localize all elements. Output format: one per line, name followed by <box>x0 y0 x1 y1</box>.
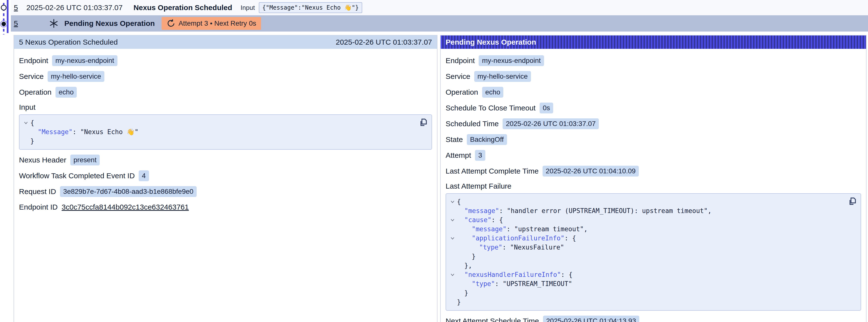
event-input-chip: {"Message":"Nexus Echo 👋"} <box>259 2 362 13</box>
field-value-badge: 2025-02-26 UTC 01:04:13.93 <box>543 316 639 322</box>
field-row-scheduled-time: Scheduled Time2025-02-26 UTC 01:03:37.07 <box>445 118 861 129</box>
field-label: State <box>445 135 463 144</box>
timeline-event-dot-open <box>1 5 6 10</box>
field-value-badge: 2025-02-26 UTC 01:04:10.09 <box>542 166 639 176</box>
event-details-fields-after: Nexus HeaderpresentWorkflow Task Complet… <box>19 155 432 212</box>
field-row-endpoint: Endpointmy-nexus-endpoint <box>445 55 861 66</box>
json-line: "cause": { <box>448 216 843 225</box>
timeline-event-dot-filled <box>1 22 6 26</box>
event-details-body: Endpointmy-nexus-endpointServicemy-hello… <box>14 49 437 222</box>
field-row-endpoint: Endpointmy-nexus-endpoint <box>19 55 432 66</box>
field-value-badge: BackingOff <box>467 134 507 145</box>
field-value-badge: my-hello-service <box>48 71 104 82</box>
failure-json-block: {"message": "handler error (UPSTREAM_TIM… <box>445 193 861 311</box>
json-line: { <box>448 197 843 206</box>
pending-operation-fields: Endpointmy-nexus-endpointServicemy-hello… <box>445 55 861 176</box>
copy-input-button[interactable] <box>419 118 428 128</box>
field-row-next-attempt-schedule-time: Next Attempt Schedule Time2025-02-26 UTC… <box>445 316 861 322</box>
field-label: Last Attempt Complete Time <box>445 167 538 175</box>
field-label: Workflow Task Completed Event ID <box>19 171 135 180</box>
pending-operation-header: Pending Nexus Operation <box>441 35 866 49</box>
json-line: } <box>448 288 843 298</box>
json-line: "message": "handler error (UPSTREAM_TIME… <box>448 206 843 216</box>
field-value-badge: my-hello-service <box>474 71 531 82</box>
field-value-badge: echo <box>56 87 77 98</box>
field-value-link[interactable]: 3c0c75ccfa8144b092c13ce632463761 <box>62 203 189 211</box>
event-details-header-title: 5 Nexus Operation Scheduled <box>19 38 118 46</box>
collapse-chevron-icon[interactable] <box>448 273 457 276</box>
field-row-operation: Operationecho <box>19 87 432 98</box>
json-line: } <box>448 252 843 261</box>
json-line: "type": "UPSTREAM_TIMEOUT" <box>448 279 843 288</box>
json-line: "type": "NexusFailure" <box>448 243 843 252</box>
event-details-fields: Endpointmy-nexus-endpointServicemy-hello… <box>19 55 432 98</box>
event-timestamp: 2025-02-26 UTC 01:03:37.07 <box>26 3 123 12</box>
pending-operation-footer-fields: Next Attempt Schedule Time2025-02-26 UTC… <box>445 316 861 322</box>
collapse-chevron-icon[interactable] <box>22 122 30 124</box>
json-line: } <box>22 137 414 146</box>
pending-operation-row[interactable]: 5 Pending Nexus Operation Attempt 3 • Ne… <box>11 15 868 32</box>
failure-json-content: {"message": "handler error (UPSTREAM_TIM… <box>448 197 843 307</box>
field-value-badge: 4 <box>139 170 149 181</box>
field-row-endpoint-id: Endpoint ID3c0c75ccfa8144b092c13ce632463… <box>19 202 432 212</box>
failure-block-label: Last Attempt Failure <box>445 182 861 190</box>
field-label: Service <box>19 72 44 80</box>
field-row-operation: Operationecho <box>445 87 861 98</box>
field-label: Attempt <box>445 151 471 160</box>
event-details-header-timestamp: 2025-02-26 UTC 01:03:37.07 <box>336 38 432 46</box>
field-row-nexus-header: Nexus Headerpresent <box>19 155 432 165</box>
event-details-header: 5 Nexus Operation Scheduled 2025-02-26 U… <box>14 35 437 49</box>
input-json-block: {"Message": "Nexus Echo 👋"} <box>19 115 432 150</box>
input-json-content: {"Message": "Nexus Echo 👋"} <box>22 118 414 146</box>
field-value-badge: my-nexus-endpoint <box>52 55 117 66</box>
collapse-chevron-icon[interactable] <box>448 237 457 240</box>
json-line: "nexusHandlerFailureInfo": { <box>448 270 843 279</box>
collapse-chevron-icon[interactable] <box>448 219 457 221</box>
json-line: }, <box>448 261 843 270</box>
field-label: Request ID <box>19 187 56 196</box>
field-label: Schedule To Close Timeout <box>445 104 536 112</box>
json-line: "Message": "Nexus Echo 👋" <box>22 127 414 137</box>
pending-row-title: Pending Nexus Operation <box>64 19 155 28</box>
pending-row-id-link[interactable]: 5 <box>14 19 18 28</box>
field-label: Endpoint <box>19 57 48 65</box>
json-line: { <box>22 118 414 127</box>
event-title: Nexus Operation Scheduled <box>133 3 232 12</box>
field-value-badge: 0s <box>539 103 553 114</box>
pending-asterisk-icon <box>49 19 59 28</box>
field-row-service: Servicemy-hello-service <box>19 71 432 82</box>
copy-failure-button[interactable] <box>848 197 857 206</box>
attempt-retry-text: Attempt 3 • Next Retry 0s <box>178 20 256 27</box>
field-value-badge: echo <box>482 87 503 98</box>
field-label: Service <box>445 72 470 80</box>
pending-operation-header-title: Pending Nexus Operation <box>445 38 536 46</box>
field-row-state: StateBackingOff <box>445 134 861 145</box>
field-value-badge: 3 <box>475 150 485 161</box>
json-line: "applicationFailureInfo": { <box>448 234 843 243</box>
field-label: Operation <box>445 88 478 96</box>
field-label: Next Attempt Schedule Time <box>445 317 539 322</box>
attempt-retry-badge: Attempt 3 • Next Retry 0s <box>162 17 261 30</box>
workflow-history-screen: 5 2025-02-26 UTC 01:03:37.07 Nexus Opera… <box>0 0 868 322</box>
field-row-schedule-to-close-timeout: Schedule To Close Timeout0s <box>445 103 861 114</box>
event-input-label: Input <box>241 4 255 11</box>
event-id-link[interactable]: 5 <box>14 3 18 12</box>
event-timeline-gutter <box>0 0 11 34</box>
field-label: Scheduled Time <box>445 120 499 128</box>
field-row-workflow-task-completed-event-id: Workflow Task Completed Event ID4 <box>19 170 432 181</box>
collapse-chevron-icon[interactable] <box>448 200 457 203</box>
field-value-badge: 3e829b7e-7d67-4b08-aad3-b1e868bfe9e0 <box>60 186 197 197</box>
field-label: Nexus Header <box>19 156 66 164</box>
field-value-badge: present <box>70 155 100 165</box>
json-line: } <box>448 298 843 307</box>
retry-icon <box>166 19 175 28</box>
field-label: Endpoint <box>445 57 475 65</box>
field-label: Operation <box>19 88 52 96</box>
field-row-service: Servicemy-hello-service <box>445 71 861 82</box>
input-block-label: Input <box>19 103 432 111</box>
pending-operation-body: Endpointmy-nexus-endpointServicemy-hello… <box>441 49 866 322</box>
field-label: Endpoint ID <box>19 203 58 211</box>
history-event-row[interactable]: 5 2025-02-26 UTC 01:03:37.07 Nexus Opera… <box>11 0 868 15</box>
pending-operation-panel: Pending Nexus Operation Endpointmy-nexus… <box>440 35 867 322</box>
field-row-request-id: Request ID3e829b7e-7d67-4b08-aad3-b1e868… <box>19 186 432 197</box>
